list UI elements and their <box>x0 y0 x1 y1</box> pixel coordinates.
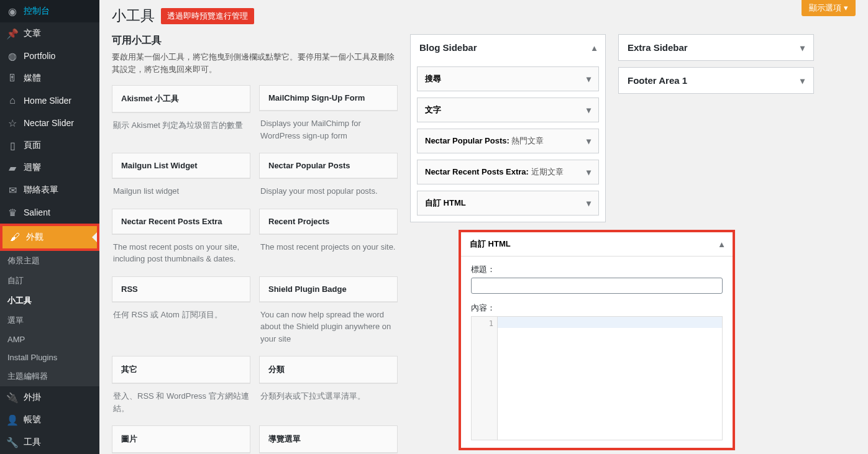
widget-desc: 分類列表或下拉式選單清單。 <box>259 384 398 405</box>
submenu-menus[interactable]: 選單 <box>0 311 99 330</box>
menu-label: Home Slider <box>24 96 71 106</box>
menu-contact[interactable]: ✉聯絡表單 <box>0 179 99 201</box>
menu-plugins[interactable]: 🔌外掛 <box>0 386 99 409</box>
menu-portfolio[interactable]: ◍Portfolio <box>0 45 99 67</box>
brush-icon: 🖌 <box>9 231 21 243</box>
menu-home-slider[interactable]: ⌂Home Slider <box>0 89 99 112</box>
sidebar-widget[interactable]: Nectar Recent Posts Extra: 近期文章▾ <box>417 160 599 184</box>
submenu-theme-editor[interactable]: 主題編輯器 <box>0 366 99 386</box>
widget-desc: You can now help spread the word about t… <box>259 302 398 348</box>
widget-desc: Displays your MailChimp for WordPress si… <box>259 111 398 144</box>
available-widget[interactable]: 其它登入、RSS 和 WordPress 官方網站連結。 <box>112 356 250 417</box>
menu-label: 外觀 <box>26 232 43 243</box>
chevron-up-icon: ▴ <box>720 239 724 249</box>
code-editor[interactable]: 1 <box>471 316 723 440</box>
available-widget[interactable]: Nectar Popular PostsDisplay your most po… <box>259 153 398 200</box>
widget-title[interactable]: Nectar Popular Posts <box>260 153 397 178</box>
submenu-amp[interactable]: AMP <box>0 330 99 348</box>
menu-posts[interactable]: 📌文章 <box>0 22 99 45</box>
available-widget[interactable]: RSS任何 RSS 或 Atom 訂閱項目。 <box>112 276 250 348</box>
widget-title[interactable]: 圖片 <box>112 426 250 453</box>
sidebar-widget-header[interactable]: Nectar Popular Posts: 熱門文章▾ <box>418 129 598 153</box>
widget-desc: 任何 RSS 或 Atom 訂閱項目。 <box>112 302 250 324</box>
widget-desc: 登入、RSS 和 WordPress 官方網站連結。 <box>112 384 250 417</box>
menu-label: 工具 <box>24 437 41 448</box>
menu-users[interactable]: 👤帳號 <box>0 409 99 431</box>
sidebar-widget-header[interactable]: Nectar Recent Posts Extra: 近期文章▾ <box>418 160 598 184</box>
submenu-themes[interactable]: 佈景主題 <box>0 251 99 271</box>
editor-header[interactable]: 自訂 HTML ▴ <box>461 232 733 257</box>
chevron-up-icon: ▴ <box>592 43 596 53</box>
blog-sidebar-column: Blog Sidebar ▴ 搜尋▾文字▾Nectar Popular Post… <box>410 34 606 229</box>
widgets-grid: Akismet 小工具顯示 Akismet 判定為垃圾留言的數量MailChim… <box>112 85 398 454</box>
chevron-down-icon: ▾ <box>800 43 805 53</box>
home-icon: ⌂ <box>6 94 19 107</box>
menu-media[interactable]: 🎚媒體 <box>0 67 99 89</box>
editor-title: 自訂 HTML <box>470 238 511 250</box>
chevron-down-icon: ▾ <box>587 74 591 84</box>
code-area[interactable] <box>498 317 722 440</box>
widget-title[interactable]: Recent Projects <box>260 209 397 234</box>
sidebar-widget-header[interactable]: 自訂 HTML▾ <box>418 191 598 215</box>
blog-sidebar-box: Blog Sidebar ▴ 搜尋▾文字▾Nectar Popular Post… <box>410 34 606 222</box>
available-widget[interactable]: Mailgun List WidgetMailgun list widget <box>112 153 250 200</box>
comment-icon: ▰ <box>6 161 19 174</box>
footer-sidebar-box[interactable]: Footer Area 1 ▾ <box>618 67 814 94</box>
submenu-install-plugins[interactable]: Install Plugins <box>0 348 99 366</box>
title-label: 標題： <box>471 264 723 275</box>
main-content: 顯示選項 ▾ 小工具 透過即時預覽進行管理 可用小工具 要啟用某一個小工具，將它… <box>99 0 868 454</box>
widget-title[interactable]: 其它 <box>112 356 250 383</box>
submenu-customize[interactable]: 自訂 <box>0 271 99 291</box>
sidebar-widget-header[interactable]: 文字▾ <box>418 98 598 122</box>
chevron-down-icon: ▾ <box>587 198 591 208</box>
widget-desc: Mailgun list widget <box>112 179 250 200</box>
available-widget[interactable]: 導覽選單在側邊欄新增一個導覽選單 <box>259 425 398 454</box>
menu-dashboard[interactable]: ◉控制台 <box>0 0 99 22</box>
pin-icon: 📌 <box>6 27 19 40</box>
available-widget[interactable]: Nectar Recent Posts ExtraThe most recent… <box>112 209 250 268</box>
widget-title[interactable]: Akismet 小工具 <box>112 86 250 112</box>
widget-title[interactable]: Shield Plugin Badge <box>260 277 397 302</box>
submenu-widgets[interactable]: 小工具 <box>0 291 99 311</box>
available-widget[interactable]: 分類分類列表或下拉式選單清單。 <box>259 356 398 417</box>
title-input[interactable] <box>471 278 723 294</box>
menu-nectar-slider[interactable]: ☆Nectar Slider <box>0 112 99 134</box>
widget-title[interactable]: 導覽選單 <box>260 426 397 453</box>
screen-options-button[interactable]: 顯示選項 ▾ <box>802 0 856 16</box>
available-widget[interactable]: MailChimp Sign-Up FormDisplays your Mail… <box>259 85 398 144</box>
available-widget[interactable]: Recent ProjectsThe most recent projects … <box>259 209 398 268</box>
widget-title[interactable]: Nectar Recent Posts Extra <box>112 209 250 234</box>
menu-appearance[interactable]: 🖌外觀 <box>2 226 97 248</box>
menu-label: Nectar Slider <box>24 118 74 128</box>
widget-title[interactable]: 分類 <box>260 356 397 383</box>
content-label: 內容： <box>471 302 723 314</box>
menu-salient[interactable]: ♛Salient <box>0 201 99 224</box>
available-widget[interactable]: Shield Plugin BadgeYou can now help spre… <box>259 276 398 348</box>
extra-sidebar-box[interactable]: Extra Sidebar ▾ <box>618 34 814 61</box>
sidebar-widget[interactable]: 自訂 HTML▾ <box>417 191 599 216</box>
widget-label: 搜尋 <box>425 73 441 84</box>
available-widget[interactable]: Akismet 小工具顯示 Akismet 判定為垃圾留言的數量 <box>112 85 250 144</box>
page-icon: ▯ <box>6 139 19 152</box>
sidebar-widget[interactable]: 搜尋▾ <box>417 66 599 91</box>
menu-comments[interactable]: ▰迴響 <box>0 157 99 179</box>
widget-desc: The most recent posts on your site, incl… <box>112 235 250 268</box>
sidebar-widget[interactable]: 文字▾ <box>417 98 599 122</box>
portfolio-icon: ◍ <box>6 50 19 62</box>
sidebar-widget[interactable]: Nectar Popular Posts: 熱門文章▾ <box>417 129 599 153</box>
widget-title[interactable]: MailChimp Sign-Up Form <box>260 86 397 111</box>
available-title: 可用小工具 <box>112 34 398 47</box>
wrench-icon: 🔧 <box>6 436 19 448</box>
chevron-down-icon: ▾ <box>587 167 591 177</box>
menu-tools[interactable]: 🔧工具 <box>0 431 99 453</box>
menu-pages[interactable]: ▯頁面 <box>0 134 99 157</box>
preview-button[interactable]: 透過即時預覽進行管理 <box>161 8 254 24</box>
admin-sidebar: ◉控制台 📌文章 ◍Portfolio 🎚媒體 ⌂Home Slider ☆Ne… <box>0 0 99 454</box>
available-widget[interactable]: 圖片顯示一張圖片。 <box>112 425 250 454</box>
widget-title[interactable]: RSS <box>112 277 250 302</box>
media-icon: 🎚 <box>6 72 19 84</box>
blog-sidebar-header[interactable]: Blog Sidebar ▴ <box>411 35 605 60</box>
sidebar-widget-header[interactable]: 搜尋▾ <box>418 67 598 91</box>
widget-title[interactable]: Mailgun List Widget <box>112 153 250 178</box>
menu-label: 頁面 <box>24 140 41 151</box>
